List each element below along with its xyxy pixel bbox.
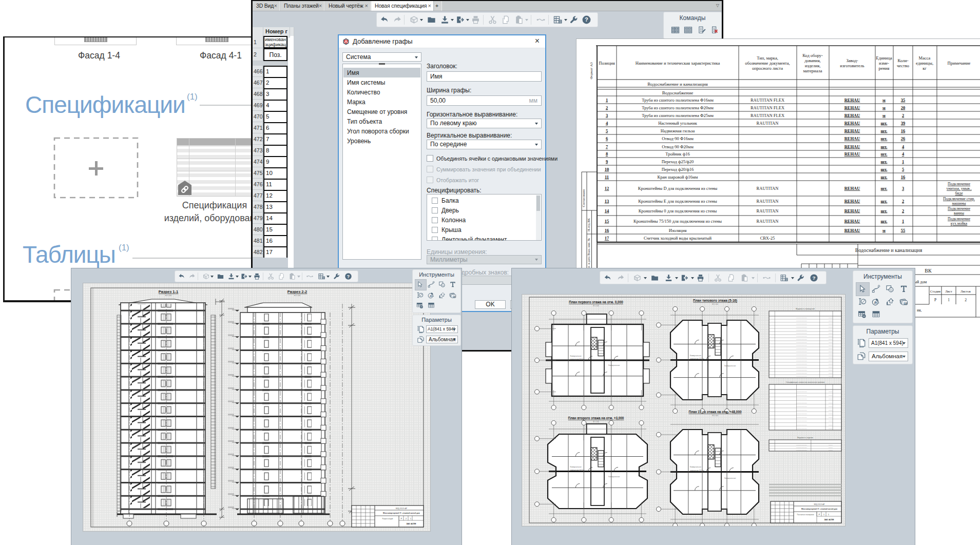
svg-text:Тройник ф16: Тройник ф16 — [665, 151, 689, 157]
svg-text:39: 39 — [901, 121, 906, 126]
svg-text:Счетчик холодной воды крыльчат: Счетчик холодной воды крыльчатый — [644, 236, 712, 241]
svg-text:Водоснабжение и канализация: Водоснабжение и канализация — [647, 82, 708, 87]
svg-text:Многоквартирный 17- этажный жи: Многоквартирный 17- этажный жилой дом — [801, 508, 837, 510]
svg-text:Стадия: Стадия — [930, 289, 940, 293]
svg-text:М 1:100: М 1:100 — [294, 295, 301, 297]
svg-text:Надвижная гильза: Надвижная гильза — [661, 128, 695, 133]
svg-text:Многоквартирный 17- этажный жи: Многоквартирный 17- этажный жилой дом — [383, 512, 420, 514]
svg-text:М 1:100: М 1:100 — [165, 295, 172, 297]
svg-text:Изоляция: Изоляция — [669, 228, 687, 233]
svg-text:Переход ф25/ф20: Переход ф25/ф20 — [662, 159, 694, 164]
svg-text:————————: ———————— — [796, 428, 807, 430]
svg-text:Завод-: Завод- — [846, 58, 858, 63]
svg-text:RAUTITAN: RAUTITAN — [757, 208, 779, 213]
svg-text:14: 14 — [605, 208, 609, 213]
svg-text:Коли-: Коли- — [897, 58, 908, 63]
svg-text:RAUTITAN: RAUTITAN — [757, 186, 779, 191]
svg-text:———: ——— — [829, 376, 833, 377]
svg-text:————————: ———————— — [796, 413, 807, 415]
svg-text:м: м — [882, 105, 886, 110]
svg-text:————————: ———————— — [796, 333, 807, 334]
svg-text:———: ——— — [829, 363, 833, 365]
svg-text:План первого этажа на отм. 0,0: План первого этажа на отм. 0,000 — [569, 300, 623, 304]
svg-text:1: 1 — [902, 159, 904, 164]
svg-text:шт.: шт. — [881, 159, 888, 164]
svg-text:2: 2 — [902, 208, 904, 213]
svg-text:———: ——— — [829, 413, 833, 415]
svg-text:———: ——— — [829, 345, 833, 346]
svg-text:REHAU: REHAU — [844, 228, 860, 233]
svg-text:———: ——— — [829, 317, 833, 319]
svg-text:———: ——— — [829, 395, 833, 396]
svg-text:———: ——— — [829, 342, 833, 343]
svg-text:————————: ———————— — [796, 450, 807, 451]
svg-text:————————: ———————— — [796, 424, 807, 426]
svg-text:———: ——— — [829, 447, 833, 449]
svg-text:———: ——— — [829, 354, 833, 356]
svg-text:План типового этажа (5-16): План типового этажа (5-16) — [693, 299, 737, 303]
svg-text:2: 2 — [902, 199, 904, 204]
svg-text:изготовитель: изготовитель — [840, 63, 864, 68]
svg-text:————————: ———————— — [796, 398, 807, 400]
svg-text:Подключение: Подключение — [948, 182, 971, 186]
svg-text:М 1:100: М 1:100 — [593, 421, 599, 423]
svg-text:шт.: шт. — [881, 121, 888, 126]
svg-text:————————: ———————— — [796, 326, 807, 328]
svg-text:20: 20 — [901, 105, 906, 110]
svg-text:Труба из сшитого полиэтилена Ф: Труба из сшитого полиэтилена Ф16мм — [642, 98, 714, 103]
svg-text:———: ——— — [829, 391, 833, 393]
svg-text:материала: материала — [803, 68, 822, 73]
svg-text:8: 8 — [606, 151, 608, 157]
svg-text:———: ——— — [829, 373, 833, 374]
svg-text:Коммунальная: Коммунальная — [724, 477, 736, 479]
svg-text:Единица: Единица — [876, 55, 892, 61]
svg-text:3: 3 — [902, 186, 904, 191]
svg-text:———: ——— — [829, 398, 833, 400]
svg-text:Разрез 2-2: Разрез 2-2 — [287, 289, 307, 294]
svg-text:REHAU: REHAU — [844, 105, 860, 110]
svg-text:опросного листа: опросного листа — [752, 66, 783, 71]
svg-text:REHAU: REHAU — [844, 136, 860, 141]
svg-text:2: 2 — [965, 298, 967, 302]
svg-text:1: 1 — [902, 219, 904, 224]
svg-text:17: 17 — [605, 236, 609, 241]
svg-text:————————: ———————— — [796, 373, 807, 374]
svg-text:13: 13 — [605, 199, 609, 204]
svg-text:Р: Р — [934, 298, 936, 302]
svg-text:СВХ-25: СВХ-25 — [760, 236, 775, 241]
svg-text:Листов: Листов — [960, 289, 971, 293]
svg-text:———: ——— — [829, 333, 833, 334]
svg-text:REHAU: REHAU — [844, 144, 860, 149]
svg-text:Труба из сшитого полиэтилена Ф: Труба из сшитого полиэтилена Ф25мм — [642, 113, 714, 118]
svg-text:шт.: шт. — [881, 167, 888, 172]
svg-text:ЗАО АСПИ: ЗАО АСПИ — [824, 519, 834, 521]
svg-text:————————: ———————— — [796, 417, 807, 418]
svg-text:1: 1 — [828, 514, 829, 516]
svg-text:ванны: ванны — [954, 211, 964, 216]
svg-text:Кронштейны Е для подключения и: Кронштейны Е для подключения из стены — [638, 199, 717, 204]
svg-text:1: 1 — [410, 518, 411, 520]
svg-text:Лист: Лист — [945, 289, 952, 293]
svg-text:Масса: Масса — [919, 55, 931, 61]
svg-text:RAUTITAN: RAUTITAN — [757, 121, 779, 126]
svg-text:55: 55 — [901, 228, 906, 233]
svg-text:ЗАО АСПИ: ЗАО АСПИ — [407, 523, 416, 525]
svg-text:2: 2 — [606, 105, 608, 110]
svg-text:План второго этажа на отм. +3,: План второго этажа на отм. +3,000 — [568, 416, 624, 420]
svg-text:————————: ———————— — [796, 363, 807, 365]
svg-text:————————: ———————— — [796, 391, 807, 393]
svg-text:REHAU: REHAU — [844, 151, 860, 157]
svg-text:Взам. инв. №: Взам. инв. № — [587, 238, 590, 256]
svg-text:шт.: шт. — [881, 199, 888, 204]
svg-text:унитаза, умыв.,: унитаза, умыв., — [946, 186, 971, 191]
svg-text:————————: ———————— — [796, 402, 807, 404]
svg-text:чество: чество — [897, 63, 909, 68]
svg-text:ВК: ВК — [925, 268, 932, 274]
svg-text:9: 9 — [606, 159, 608, 164]
svg-text:кг: кг — [923, 66, 927, 71]
svg-text:МКД-2052Э-АР: МКД-2052Э-АР — [396, 508, 407, 510]
svg-text:————————: ———————— — [796, 406, 807, 407]
svg-text:———: ——— — [829, 336, 833, 337]
svg-text:REHAU: REHAU — [844, 98, 860, 103]
svg-text:машины: машины — [952, 201, 966, 206]
